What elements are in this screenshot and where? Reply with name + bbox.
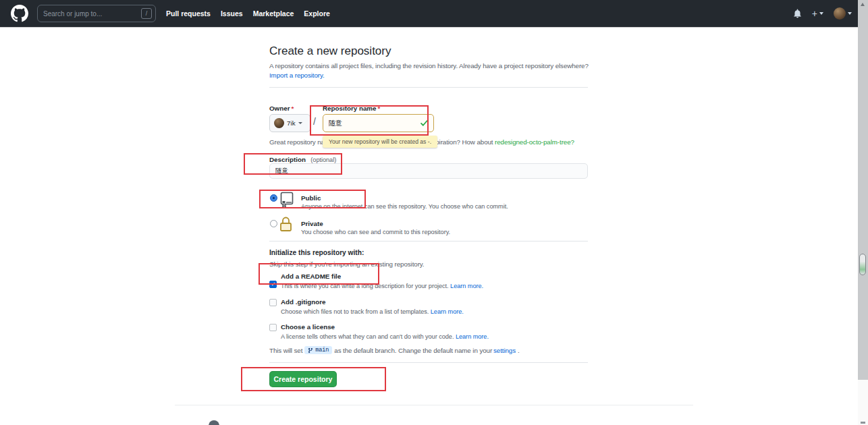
owner-select-value: 7ik	[287, 119, 296, 127]
bell-icon[interactable]	[793, 9, 802, 18]
divider	[269, 362, 588, 363]
readme-label[interactable]: Add a README file	[281, 273, 341, 280]
license-label[interactable]: Choose a license	[281, 323, 335, 331]
required-asterisk: *	[378, 105, 381, 112]
chevron-down-icon	[848, 12, 852, 15]
private-label[interactable]: Private	[301, 220, 323, 227]
github-logo-icon[interactable]	[11, 5, 28, 22]
public-repo-icon	[279, 191, 294, 208]
public-label[interactable]: Public	[301, 194, 321, 202]
suggested-repo-name-link[interactable]: redesigned-octo-palm-tree?	[495, 138, 574, 146]
page-subtitle: A repository contains all project files,…	[269, 62, 589, 69]
scroll-down-arrow-icon[interactable]	[861, 422, 865, 424]
gitignore-description: Choose which files not to track from a l…	[281, 308, 464, 315]
github-new-repo-page: / Pull requests Issues Marketplace Explo…	[0, 0, 868, 425]
learn-more-link[interactable]: Learn more.	[450, 283, 483, 289]
gitignore-checkbox[interactable]	[269, 299, 277, 306]
required-asterisk: *	[292, 105, 294, 112]
divider	[269, 87, 588, 88]
learn-more-link[interactable]: Learn more.	[431, 308, 464, 315]
create-repository-button[interactable]: Create repository	[269, 371, 337, 387]
nav-marketplace[interactable]: Marketplace	[253, 9, 294, 18]
avatar	[274, 118, 284, 128]
license-checkbox[interactable]	[269, 324, 277, 331]
private-description: You choose who can see and commit to thi…	[301, 229, 450, 235]
settings-link[interactable]: settings	[493, 347, 516, 354]
chevron-down-icon	[819, 12, 823, 15]
public-radio[interactable]	[270, 194, 277, 202]
learn-more-link[interactable]: Learn more.	[456, 333, 489, 340]
owner-select[interactable]: 7ik	[269, 114, 310, 132]
public-description: Anyone on the internet can see this repo…	[301, 203, 508, 210]
owner-repo-separator: /	[313, 116, 316, 127]
chevron-down-icon	[298, 122, 302, 124]
nav-issues[interactable]: Issues	[221, 9, 243, 18]
repo-name-tooltip: Your new repository will be created as -…	[323, 136, 437, 148]
create-new-menu[interactable]	[812, 9, 823, 18]
scroll-up-arrow-icon[interactable]	[861, 3, 865, 6]
slash-shortcut-hint: /	[141, 8, 152, 19]
global-search[interactable]: /	[37, 5, 156, 22]
navbar-right	[793, 7, 852, 20]
footer-divider	[175, 405, 693, 405]
page-title: Create a new repository	[269, 45, 391, 58]
private-radio[interactable]	[270, 220, 277, 227]
owner-label: Owner*	[269, 105, 294, 112]
nav-pull-requests[interactable]: Pull requests	[166, 9, 211, 18]
repository-name-input[interactable]	[323, 114, 434, 132]
valid-check-icon	[420, 119, 429, 128]
description-input[interactable]	[269, 163, 588, 179]
readme-description: This is where you can write a long descr…	[281, 283, 483, 289]
branch-badge: main	[304, 346, 332, 354]
top-navbar: / Pull requests Issues Marketplace Explo…	[0, 0, 868, 27]
repo-suggestion-prefix: Great repository names are short and mem…	[269, 138, 323, 146]
plus-icon	[812, 9, 817, 18]
vertical-scrollbar[interactable]	[858, 0, 868, 425]
git-branch-icon	[308, 347, 313, 353]
search-input[interactable]	[43, 10, 141, 18]
divider	[269, 241, 588, 242]
private-lock-icon	[279, 216, 293, 233]
gitignore-label[interactable]: Add .gitignore	[281, 298, 325, 306]
avatar	[834, 7, 846, 20]
footer-github-mark-icon	[209, 420, 219, 425]
primary-nav: Pull requests Issues Marketplace Explore	[166, 9, 330, 18]
scrollbar-thumb[interactable]	[859, 254, 866, 275]
user-menu[interactable]	[834, 7, 852, 20]
skip-step-text: Skip this step if you're importing an ex…	[269, 260, 425, 268]
license-description: A license tells others what they can and…	[281, 333, 489, 340]
default-branch-note: This will set main as the default branch…	[269, 346, 520, 354]
import-repository-link[interactable]: Import a repository.	[269, 72, 325, 79]
repo-suggestion-rest: inspiration? How about redesigned-octo-p…	[427, 138, 574, 146]
optional-hint: (optional)	[310, 157, 336, 163]
readme-checkbox[interactable]	[269, 281, 277, 288]
initialize-heading: Initialize this repository with:	[269, 249, 364, 256]
repo-name-label: Repository name*	[323, 105, 380, 112]
nav-explore[interactable]: Explore	[304, 9, 330, 18]
